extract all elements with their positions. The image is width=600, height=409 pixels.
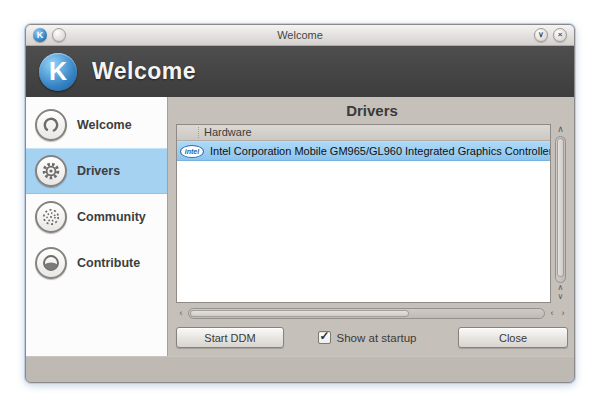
- sidebar-item-community[interactable]: Community: [26, 194, 167, 240]
- vertical-scrollbar[interactable]: ∧ ∧ ∨: [553, 124, 568, 303]
- sidebar-item-label: Drivers: [77, 164, 120, 178]
- window-bottom-margin: [26, 356, 574, 382]
- drivers-page: Drivers Hardware intel Intel Corporation…: [168, 97, 574, 356]
- column-header-label: Hardware: [204, 126, 252, 138]
- vertical-scrollbar-track[interactable]: [555, 136, 566, 283]
- horizontal-scrollbar[interactable]: ‹ ‹ ›: [176, 307, 568, 320]
- welcome-window: K Welcome ∨ × K Welcome Welcome: [25, 24, 575, 383]
- close-window-button[interactable]: ×: [553, 28, 567, 42]
- page-title: Drivers: [176, 102, 568, 124]
- show-at-startup-checkbox[interactable]: ✓: [318, 331, 331, 344]
- banner-title: Welcome: [92, 58, 196, 85]
- app-window-icon[interactable]: K: [33, 28, 47, 42]
- sidebar-item-label: Community: [77, 210, 146, 224]
- scroll-right-icon[interactable]: ›: [558, 309, 568, 318]
- minimize-button[interactable]: ∨: [534, 28, 548, 42]
- scroll-left-icon[interactable]: ‹: [176, 309, 186, 318]
- show-at-startup-group: ✓ Show at startup: [318, 331, 417, 344]
- button-row: Start DDM ✓ Show at startup Close: [176, 327, 568, 348]
- column-header-hardware[interactable]: Hardware: [177, 125, 550, 141]
- sidebar-item-label: Contribute: [77, 256, 140, 270]
- sidebar-item-label: Welcome: [77, 118, 132, 132]
- sidebar-item-welcome[interactable]: Welcome: [26, 102, 167, 148]
- start-ddm-button[interactable]: Start DDM: [176, 327, 284, 348]
- k-logo-icon: K: [39, 53, 77, 91]
- scroll-left-icon[interactable]: ‹: [547, 309, 557, 318]
- hardware-row-text: Intel Corporation Mobile GM965/GL960 Int…: [210, 145, 550, 157]
- gear-icon: [35, 155, 67, 187]
- sidebar-item-drivers[interactable]: Drivers: [26, 148, 167, 194]
- horizontal-scrollbar-thumb[interactable]: [190, 310, 409, 317]
- window-title: Welcome: [71, 29, 529, 41]
- vertical-scrollbar-thumb[interactable]: [557, 138, 564, 277]
- welcome-rings-icon: [35, 109, 67, 141]
- app-banner: K Welcome: [26, 46, 574, 97]
- scroll-down-icon[interactable]: ∨: [556, 293, 566, 302]
- titlebar: K Welcome ∨ ×: [26, 25, 574, 46]
- scroll-up-icon[interactable]: ∧: [556, 125, 566, 135]
- horizontal-scrollbar-track[interactable]: [188, 308, 545, 319]
- show-at-startup-label[interactable]: Show at startup: [337, 332, 417, 344]
- community-burst-icon: [35, 201, 67, 233]
- contribute-half-moon-icon: [35, 247, 67, 279]
- minimize-icon: ∨: [538, 31, 544, 39]
- close-button[interactable]: Close: [458, 327, 568, 348]
- titlebar-menu-button[interactable]: [52, 28, 66, 42]
- sidebar: Welcome Drivers: [26, 97, 168, 356]
- column-separator: [198, 127, 199, 138]
- hardware-row-intel[interactable]: intel Intel Corporation Mobile GM965/GL9…: [177, 141, 550, 161]
- check-icon: ✓: [320, 329, 330, 343]
- intel-logo-icon: intel: [180, 145, 204, 158]
- sidebar-item-contribute[interactable]: Contribute: [26, 240, 167, 286]
- close-icon: ×: [558, 31, 563, 39]
- hardware-list: Hardware intel Intel Corporation Mobile …: [176, 124, 551, 303]
